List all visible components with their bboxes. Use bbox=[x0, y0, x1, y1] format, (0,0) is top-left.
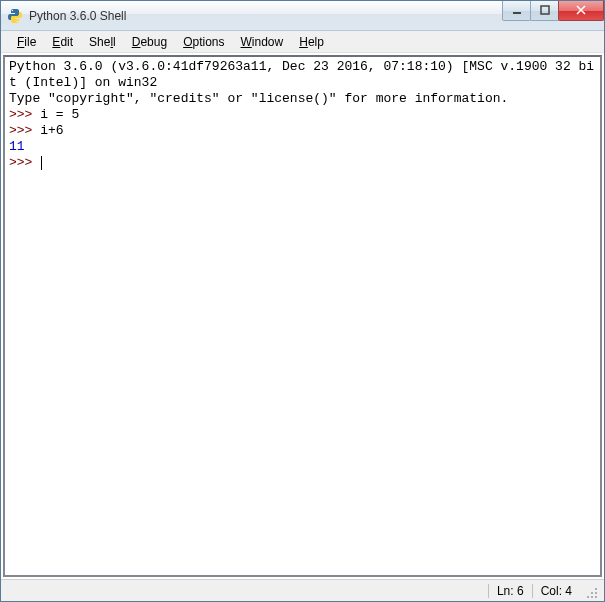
menu-help[interactable]: Help bbox=[291, 33, 332, 51]
svg-rect-3 bbox=[541, 6, 549, 14]
status-col: Col: 4 bbox=[532, 584, 580, 598]
titlebar[interactable]: Python 3.6.0 Shell bbox=[1, 1, 604, 31]
svg-point-8 bbox=[591, 596, 593, 598]
menu-window[interactable]: Window bbox=[233, 33, 292, 51]
content-frame: Python 3.6.0 (v3.6.0:41df79263a11, Dec 2… bbox=[3, 55, 602, 577]
input-line: i+6 bbox=[40, 123, 63, 138]
close-button[interactable] bbox=[558, 1, 604, 21]
svg-point-0 bbox=[12, 9, 13, 10]
prompt: >>> bbox=[9, 123, 40, 138]
maximize-button[interactable] bbox=[530, 1, 559, 21]
menu-debug[interactable]: Debug bbox=[124, 33, 175, 51]
svg-point-5 bbox=[591, 592, 593, 594]
menubar: File Edit Shell Debug Options Window Hel… bbox=[1, 31, 604, 53]
svg-point-6 bbox=[595, 592, 597, 594]
menu-options[interactable]: Options bbox=[175, 33, 232, 51]
svg-point-9 bbox=[595, 596, 597, 598]
svg-point-4 bbox=[595, 588, 597, 590]
status-line: Ln: 6 bbox=[488, 584, 532, 598]
python-icon bbox=[7, 8, 23, 24]
banner-line-2: Type "copyright", "credits" or "license(… bbox=[9, 91, 508, 106]
text-cursor bbox=[41, 156, 42, 170]
prompt: >>> bbox=[9, 107, 40, 122]
menu-shell[interactable]: Shell bbox=[81, 33, 124, 51]
svg-point-7 bbox=[587, 596, 589, 598]
banner-line-1: Python 3.6.0 (v3.6.0:41df79263a11, Dec 2… bbox=[9, 59, 594, 90]
window-controls bbox=[503, 1, 604, 21]
menu-file[interactable]: File bbox=[9, 33, 44, 51]
svg-point-1 bbox=[17, 20, 18, 21]
input-line: i = 5 bbox=[40, 107, 79, 122]
prompt: >>> bbox=[9, 155, 40, 170]
menu-edit[interactable]: Edit bbox=[44, 33, 81, 51]
minimize-button[interactable] bbox=[502, 1, 531, 21]
resize-grip-icon[interactable] bbox=[584, 585, 600, 601]
shell-text-area[interactable]: Python 3.6.0 (v3.6.0:41df79263a11, Dec 2… bbox=[5, 57, 600, 575]
output-line: 11 bbox=[9, 139, 25, 154]
window-title: Python 3.6.0 Shell bbox=[29, 9, 503, 23]
svg-rect-2 bbox=[513, 12, 521, 14]
statusbar: Ln: 6 Col: 4 bbox=[1, 579, 604, 601]
app-window: Python 3.6.0 Shell File Edit Shell Debug… bbox=[0, 0, 605, 602]
